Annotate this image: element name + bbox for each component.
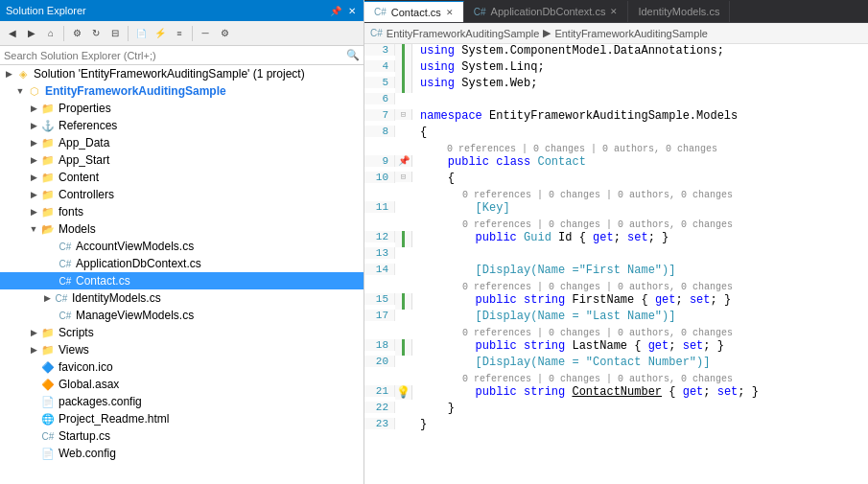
separator-1 [63,26,64,41]
label-content: Content [59,171,99,184]
code-line-13: 13 [364,247,868,264]
tree-item-favicon[interactable]: 🔷 favicon.ico [0,358,364,376]
tree-item-global[interactable]: 🔶 Global.asax [0,376,364,393]
search-input[interactable] [4,50,346,61]
tree-item-contact[interactable]: C# Contact.cs [0,272,364,289]
back-button[interactable]: ◀ [4,25,21,42]
tree-item-readme[interactable]: 🌐 Project_Readme.html [0,410,364,427]
tree-item-packages[interactable]: 📄 packages.config [0,393,364,410]
collapse-button[interactable]: ⊟ [106,25,124,42]
refresh-button[interactable]: ↻ [87,25,105,42]
html-icon: 🌐 [40,411,56,426]
arrow-appstart: ▶ [27,155,40,165]
tab-contact[interactable]: C# Contact.cs ✕ [364,1,464,22]
collapse-10-icon[interactable]: ⊟ [401,172,406,182]
tree-item-manageviewmodels[interactable]: C# ManageViewModels.cs [0,307,364,324]
label-global: Global.asax [59,378,119,391]
tree-item-solution[interactable]: ▶ ◈ Solution 'EntityFrameworkAuditingSam… [0,65,364,82]
tree-item-models[interactable]: ▼ 📂 Models [0,220,364,238]
show-all-button[interactable]: 📄 [132,25,150,42]
arrow-scripts: ▶ [27,328,40,337]
forward-button[interactable]: ▶ [23,25,40,42]
solution-explorer-panel: Solution Explorer 📌 ✕ ◀ ▶ ⌂ ⚙ ↻ ⊟ 📄 ⚡ ≡ … [0,0,364,484]
folder-content-icon: 📁 [40,170,56,185]
home-button[interactable]: ⌂ [42,25,59,42]
tree-item-appstart[interactable]: ▶ 📁 App_Start [0,151,364,169]
tree-item-webconfig[interactable]: 📄 Web.config [0,445,364,462]
hint-after-11: 0 references | 0 changes | 0 authors, 0 … [364,218,868,231]
gutter-3 [395,44,412,60]
line-content-15: public string FirstName { get; set; } [412,293,868,307]
hint-after-8: 0 references | 0 changes | 0 authors, 0 … [364,142,868,155]
close-icon[interactable]: ✕ [346,6,358,16]
cs-avm-icon: C# [58,239,73,254]
tree-item-controllers[interactable]: ▶ 📁 Controllers [0,186,364,203]
line-content-22: } [412,402,868,415]
line-content-20a: [Display(Name = "Contact Number")] [412,356,868,369]
solution-tree: ▶ ◈ Solution 'EntityFrameworkAuditingSam… [0,65,364,484]
tree-item-references[interactable]: ▶ ⚓ References [0,117,364,134]
label-appstart: App_Start [59,153,109,167]
folder-fonts-icon: 📁 [40,204,56,219]
hint-text-8: 0 references | 0 changes | 0 authors, 0 … [412,144,717,154]
tab-im-label: IdentityModels.cs [638,6,719,17]
tree-item-appdata[interactable]: ▶ 📁 App_Data [0,134,364,151]
tab-appdbcontext[interactable]: C# ApplicationDbContext.cs ✕ [464,1,629,22]
tree-item-project[interactable]: ▼ ⬡ EntityFrameworkAuditingSample [0,82,364,100]
label-properties: Properties [59,102,111,115]
label-models: Models [59,222,96,236]
view-button[interactable]: ≡ [171,25,188,42]
code-line-21: 21 💡 public string ContactNumber { get; … [364,385,868,402]
arrow-project: ▼ [13,86,27,96]
code-line-11: 11 [Key] [364,201,868,218]
label-readme: Project_Readme.html [59,412,169,426]
code-line-20-attr: 20 [Display(Name = "Contact Number")] [364,356,868,372]
line-content-18: public string LastName { get; set; } [412,339,868,353]
hint-text-17: 0 references | 0 changes | 0 authors, 0 … [412,328,733,338]
tree-item-accountviewmodels[interactable]: C# AccountViewModels.cs [0,238,364,255]
label-fonts: fonts [59,205,83,219]
code-line-6: 6 [364,93,868,109]
tree-item-properties[interactable]: ▶ 📁 Properties [0,100,364,117]
tree-item-content[interactable]: ▶ 📁 Content [0,169,364,186]
se-toolbar: ◀ ▶ ⌂ ⚙ ↻ ⊟ 📄 ⚡ ≡ ─ ⚙ [0,21,364,46]
properties-button[interactable]: ⚙ [68,25,85,42]
code-line-9: 9 📌 public class Contact [364,155,868,172]
code-line-4: 4 using System.Linq; [364,60,868,77]
arrow-solution: ▶ [2,69,15,79]
line-num-22: 22 [364,402,395,413]
breadcrumb-sep: ▶ [543,27,551,39]
line-num-11: 11 [364,201,395,213]
filter-button[interactable]: ⚡ [152,25,169,42]
label-controllers: Controllers [59,188,114,201]
tree-item-views[interactable]: ▶ 📁 Views [0,341,364,358]
label-favicon: favicon.ico [59,360,113,374]
code-line-5: 5 using System.Web; [364,77,868,93]
tab-identitymodels[interactable]: IdentityModels.cs [628,1,730,22]
tree-item-fonts[interactable]: ▶ 📁 fonts [0,203,364,220]
arrow-properties: ▶ [27,104,40,113]
tree-item-identitymodels[interactable]: ▶ C# IdentityModels.cs [0,289,364,307]
hint-after-10: 0 references | 0 changes | 0 authors, 0 … [364,188,868,201]
label-adc: ApplicationDbContext.cs [76,257,201,270]
tree-item-appdbcontext[interactable]: C# ApplicationDbContext.cs [0,255,364,272]
lightbulb-icon-21[interactable]: 💡 [396,385,411,400]
line-num-14: 14 [364,264,395,275]
extra-button[interactable]: ⚙ [216,25,233,42]
se-search-bar: 🔍 [0,46,364,65]
pin-icon[interactable]: 📌 [328,6,343,16]
tree-item-scripts[interactable]: ▶ 📁 Scripts [0,324,364,341]
line-num-5: 5 [364,77,395,88]
config-web-icon: 📄 [40,446,56,461]
line-num-7: 7 [364,109,395,121]
tree-item-startup[interactable]: C# Startup.cs [0,427,364,445]
tab-contact-close[interactable]: ✕ [446,8,454,17]
collapse-7-icon[interactable]: ⊟ [401,109,406,120]
settings-button[interactable]: ─ [197,25,214,42]
gutter-9: 📌 [395,155,412,167]
code-content[interactable]: 3 using System.ComponentModel.DataAnnota… [364,44,868,484]
arrow-models: ▼ [27,224,40,234]
folder-properties-icon: 📁 [40,101,56,116]
tab-adc-close[interactable]: ✕ [610,7,618,16]
line-content-8: { [412,126,868,139]
